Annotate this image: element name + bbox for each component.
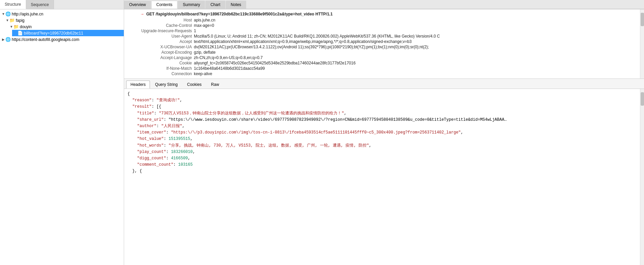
sub-tab-querystring[interactable]: Query String bbox=[151, 81, 182, 89]
header-value: aliyungf_tc=2c0658745c026ec54150425d5348… bbox=[194, 61, 637, 65]
tab-overview[interactable]: Overview bbox=[124, 1, 151, 9]
json-line: "hot_value": 151395515, bbox=[127, 136, 637, 142]
globe-icon: 🌐 bbox=[5, 11, 11, 16]
header-name: Connection bbox=[127, 71, 194, 76]
tree-item-apis-juhe[interactable]: ▼ 🌐 http://apis.juhe.cn bbox=[0, 11, 124, 17]
right-panel: Overview Contents Summary Chart Notes → … bbox=[124, 0, 644, 265]
scrollbar-thumb bbox=[641, 13, 644, 26]
sub-tab-bar: Headers Query String Cookies Raw bbox=[124, 79, 644, 89]
json-line: "hot_words": "分享, 挑战, 钟南山, 730, 万人, VS15… bbox=[127, 143, 637, 149]
tab-summary[interactable]: Summary bbox=[178, 1, 205, 9]
json-line: "result": [{ bbox=[127, 104, 637, 110]
json-lines: { "reason": "查询成功!", "result": [{ "title… bbox=[127, 91, 637, 174]
tree-arrow: ▼ bbox=[9, 25, 13, 29]
tab-chart[interactable]: Chart bbox=[205, 1, 225, 9]
tab-structure[interactable]: Structure bbox=[0, 0, 26, 9]
tab-sequence[interactable]: Sequence bbox=[26, 0, 54, 9]
header-row: Accepttext/html,application/xhtml+xml,ap… bbox=[124, 39, 640, 44]
tree-arrow: ▶ bbox=[1, 38, 5, 41]
header-row: Hostapis.juhe.cn bbox=[124, 17, 640, 23]
tab-notes[interactable]: Notes bbox=[226, 1, 246, 9]
tree-item-googleapis[interactable]: ▶ 🌐 https://content-autofill.googleapis.… bbox=[0, 36, 124, 43]
header-name: Cache-Control bbox=[127, 23, 194, 28]
headers-list: Hostapis.juhe.cnCache-Controlmax-age=0Up… bbox=[124, 17, 640, 76]
header-value: keep-alive bbox=[194, 71, 637, 76]
sub-tab-headers[interactable]: Headers bbox=[126, 81, 150, 89]
tree-item-douyin[interactable]: ▼ 📁 douyin bbox=[8, 23, 124, 30]
header-value: gzip, deflate bbox=[194, 50, 637, 55]
header-value: max-age=0 bbox=[194, 23, 637, 28]
tree-label: billboard?key=1896720db62bc11 bbox=[24, 31, 83, 36]
folder-icon: 📁 bbox=[13, 24, 19, 29]
header-value: zh-CN,zh;q=0.9,en-US;q=0.8,en;q=0.7 bbox=[194, 55, 637, 60]
json-line: "play_count": 183266010, bbox=[127, 149, 637, 155]
header-name: Host bbox=[127, 18, 194, 22]
header-name: Upgrade-Insecure-Requests bbox=[127, 29, 194, 33]
json-content-area: { "reason": "查询成功!", "result": [{ "title… bbox=[124, 89, 640, 265]
header-row: X-UCBrowser-UAdv(M2012K11AC);pr(UCBrowse… bbox=[124, 44, 640, 50]
request-detail-section: → GET /fapig/douyin/billboard?key=189672… bbox=[124, 9, 644, 79]
header-row: Accept-Encodinggzip, deflate bbox=[124, 50, 640, 55]
tree-arrow bbox=[13, 31, 17, 35]
header-name: Accept bbox=[127, 39, 194, 44]
json-line: { bbox=[127, 91, 637, 97]
file-icon: 📄 bbox=[17, 31, 23, 36]
header-value: text/html,application/xhtml+xml,applicat… bbox=[194, 39, 637, 44]
header-name: Accept-Encoding bbox=[127, 50, 194, 55]
json-area-wrapper: { "reason": "查询成功!", "result": [{ "title… bbox=[124, 89, 644, 265]
request-line-row: → GET /fapig/douyin/billboard?key=189672… bbox=[138, 11, 640, 17]
tree-item-fapig[interactable]: ▼ 📁 fapig bbox=[4, 17, 124, 23]
json-line: "comment_count": 103165 bbox=[127, 162, 637, 168]
top-tab-bar: Overview Contents Summary Chart Notes bbox=[124, 0, 644, 9]
header-row: Cache-Controlmax-age=0 bbox=[124, 23, 640, 28]
tree-label: douyin bbox=[20, 24, 32, 29]
header-value: 1c164be48a64148b6d3021daacc54a99 bbox=[194, 66, 637, 71]
header-value: 1 bbox=[194, 29, 637, 33]
json-line: }, { bbox=[127, 168, 637, 174]
json-line: "digg_count": 4166509, bbox=[127, 155, 637, 162]
json-scrollbar[interactable] bbox=[640, 89, 644, 265]
tree-area: ▼ 🌐 http://apis.juhe.cn ▼ 📁 fapig ▼ 📁 do… bbox=[0, 9, 124, 265]
json-line: "reason": "查询成功!", bbox=[127, 97, 637, 104]
header-row: Accept-Languagezh-CN,zh;q=0.9,en-US;q=0.… bbox=[124, 55, 640, 60]
right-scrollbar[interactable] bbox=[640, 9, 644, 78]
sub-tab-raw[interactable]: Raw bbox=[207, 81, 223, 89]
header-name: Cookie bbox=[127, 61, 194, 65]
header-row: User-AgentMozilla/5.0 (Linux; U; Android… bbox=[124, 34, 640, 39]
tree-label: fapig bbox=[16, 18, 24, 23]
tree-label: http://apis.juhe.cn bbox=[12, 12, 43, 16]
request-line: GET /fapig/douyin/billboard?key=1896720d… bbox=[146, 12, 333, 16]
tree-label: https://content-autofill.googleapis.com bbox=[12, 37, 79, 42]
left-panel: Structure Sequence ▼ 🌐 http://apis.juhe.… bbox=[0, 0, 124, 265]
tree-item-billboard[interactable]: 📄 billboard?key=1896720db62bc11 bbox=[12, 30, 124, 36]
header-name: User-Agent bbox=[127, 34, 194, 39]
header-name: If-None-Match bbox=[127, 66, 194, 71]
json-line: "share_url": "https:\/\/www.iesdouyin.co… bbox=[127, 117, 637, 123]
json-scrollbar-thumb bbox=[641, 92, 644, 106]
tab-contents[interactable]: Contents bbox=[151, 1, 177, 9]
header-row: Cookiealiyungf_tc=2c0658745c026ec5415042… bbox=[124, 60, 640, 66]
header-row: Upgrade-Insecure-Requests1 bbox=[124, 28, 640, 34]
tree-arrow: ▼ bbox=[5, 18, 9, 22]
header-value: apis.juhe.cn bbox=[194, 18, 637, 22]
header-row: If-None-Match1c164be48a64148b6d3021daacc… bbox=[124, 66, 640, 71]
json-line: "title": "730万人VS153，钟南山院士分享的这组数据，让人感受到广… bbox=[127, 110, 637, 117]
json-line: "item_cover": "https:\/\/p3.douyinpic.co… bbox=[127, 129, 637, 136]
request-detail-content: → GET /fapig/douyin/billboard?key=189672… bbox=[124, 9, 640, 78]
sub-tab-cookies[interactable]: Cookies bbox=[183, 81, 206, 89]
json-line: "author": "人民日报", bbox=[127, 123, 637, 129]
header-name: Accept-Language bbox=[127, 55, 194, 60]
header-value: Mozilla/5.0 (Linux; U; Android 11; zh-CN… bbox=[194, 34, 637, 39]
tree-arrow: ▼ bbox=[1, 12, 5, 16]
header-row: Connectionkeep-alive bbox=[124, 71, 640, 76]
arrow-icon: → bbox=[140, 12, 144, 16]
globe-icon: 🌐 bbox=[5, 37, 11, 42]
header-value: dv(M2012K11AC);pr(UCBrowser/13.4.2.1122)… bbox=[194, 45, 637, 49]
header-name: X-UCBrowser-UA bbox=[127, 45, 194, 49]
folder-icon: 📁 bbox=[9, 18, 15, 23]
left-tab-bar: Structure Sequence bbox=[0, 0, 124, 9]
